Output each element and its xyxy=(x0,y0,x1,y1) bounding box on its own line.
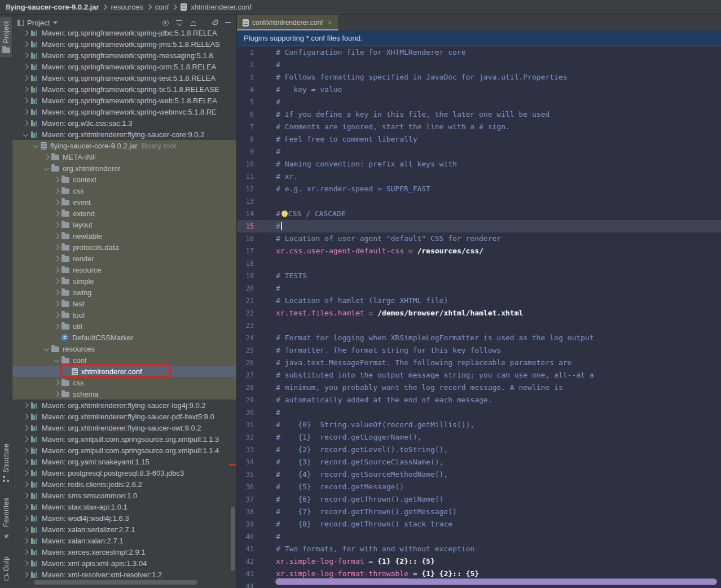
settings-gear-icon[interactable] xyxy=(211,19,218,27)
chevron-right-icon[interactable] xyxy=(23,414,28,419)
chevron-right-icon[interactable] xyxy=(23,402,28,407)
chevron-slot[interactable] xyxy=(52,245,61,249)
editor-line[interactable]: 22xr.test.files.hamlet = /demos/browser/… xyxy=(237,307,721,319)
editor-line[interactable]: 9# xyxy=(237,146,721,158)
chevron-slot[interactable] xyxy=(52,324,61,328)
tool-strip-button[interactable]: Favorites xyxy=(0,494,12,545)
editor-line[interactable]: 26# java.text.MessageFormat. The followi… xyxy=(237,357,721,369)
code-text[interactable]: # minimum, you probably want the log rec… xyxy=(271,381,563,394)
chevron-slot[interactable] xyxy=(31,144,41,147)
chevron-slot[interactable] xyxy=(21,415,30,419)
code-text[interactable] xyxy=(271,257,276,270)
editor-line[interactable]: 35# {4} record.getSourceMethodName(), xyxy=(237,468,721,481)
tree-item[interactable]: Maven: org.xmlpull:com.springsource.org.… xyxy=(12,433,236,445)
editor-line[interactable]: 38# {7} record.getThrown().getMessage() xyxy=(237,506,721,518)
chevron-right-icon[interactable] xyxy=(23,447,28,453)
tree-item[interactable]: Maven: sms:smscommon:1.0 xyxy=(12,490,236,501)
chevron-slot[interactable] xyxy=(21,403,30,407)
chevron-right-icon[interactable] xyxy=(23,481,28,486)
code-text[interactable]: # java.text.MessageFormat. The following… xyxy=(271,357,571,369)
chevron-slot[interactable] xyxy=(21,99,30,103)
chevron-slot[interactable] xyxy=(21,482,30,486)
chevron-right-icon[interactable] xyxy=(23,52,28,58)
chevron-right-icon[interactable] xyxy=(54,380,59,385)
code-text[interactable]: # key = value xyxy=(271,84,342,96)
code-text[interactable]: # If you define a key in this file, the … xyxy=(271,108,549,121)
chevron-right-icon[interactable] xyxy=(23,109,28,114)
editor-line[interactable]: 33# {2} record.getLevel().toString(), xyxy=(237,444,721,456)
tab-conf-xhtmlrenderer[interactable]: conf/xhtmlrenderer.conf × xyxy=(237,15,338,30)
editor-line[interactable]: 13 xyxy=(237,195,721,208)
chevron-slot[interactable] xyxy=(21,561,30,565)
chevron-right-icon[interactable] xyxy=(23,64,28,69)
tree-item[interactable]: META-INF xyxy=(12,151,236,163)
chevron-right-icon[interactable] xyxy=(54,210,59,216)
tree-item[interactable]: Maven: postgresql:postgresql:8.3-603.jdb… xyxy=(12,467,236,479)
chevron-right-icon[interactable] xyxy=(23,572,28,577)
chevron-slot[interactable] xyxy=(21,121,30,125)
tool-strip-button-project[interactable]: Project xyxy=(0,17,12,57)
tree-item[interactable]: resources xyxy=(12,343,236,354)
chevron-slot[interactable] xyxy=(21,494,30,498)
editor-line[interactable]: 16# Location of user-agent "default" CSS… xyxy=(237,232,721,245)
chevron-right-icon[interactable] xyxy=(23,560,28,565)
chevron-right-icon[interactable] xyxy=(23,526,28,532)
tree-item[interactable]: Maven: org.springframework:spring-orm:5.… xyxy=(12,61,236,72)
code-text[interactable] xyxy=(271,195,276,208)
code-text[interactable]: # Two formats, for with and without exce… xyxy=(271,543,474,555)
tree-item[interactable]: DefaultCSSMarker xyxy=(12,332,236,343)
chevron-slot[interactable] xyxy=(42,155,51,159)
code-text[interactable]: xr.simple-log-format = {1} {2}:: {5} xyxy=(271,555,435,568)
chevron-right-icon[interactable] xyxy=(23,515,28,520)
tree-item[interactable]: Maven: org.xhtmlrenderer:flying-saucer-p… xyxy=(12,411,236,422)
tab-close-icon[interactable]: × xyxy=(327,19,332,27)
tree-item[interactable]: css xyxy=(12,377,236,388)
chevron-right-icon[interactable] xyxy=(54,199,59,204)
chevron-slot[interactable] xyxy=(21,42,30,46)
chevron-right-icon[interactable] xyxy=(23,538,28,543)
chevron-right-icon[interactable] xyxy=(54,177,59,182)
tree-item[interactable]: test xyxy=(12,298,236,309)
code-text[interactable]: # xyxy=(271,530,280,543)
code-text[interactable] xyxy=(271,319,276,332)
tree-horizontal-scrollbar[interactable] xyxy=(34,580,197,585)
chevron-down-icon[interactable] xyxy=(44,165,49,170)
chevron-slot[interactable] xyxy=(21,516,30,520)
project-panel-title[interactable]: Project xyxy=(27,19,50,27)
tree-item[interactable]: org.xhtmlrenderer xyxy=(12,163,236,174)
dropdown-caret-icon[interactable] xyxy=(53,21,58,24)
code-text[interactable]: # e.g. xr.render-speed = SUPER_FAST xyxy=(271,183,430,195)
chevron-right-icon[interactable] xyxy=(54,222,59,227)
tree-item[interactable]: Maven: xml-apis:xml-apis:1.3.04 xyxy=(12,558,236,569)
chevron-down-icon[interactable] xyxy=(33,142,38,147)
chevron-slot[interactable] xyxy=(21,76,30,80)
code-text[interactable]: # xyxy=(271,282,280,295)
tree-item[interactable]: Maven: org.springframework:spring-test:5… xyxy=(12,72,236,84)
tree-item[interactable]: Maven: org.yaml:snakeyaml:1.15 xyxy=(12,456,236,467)
chevron-right-icon[interactable] xyxy=(23,41,28,46)
editor-line[interactable]: 4# key = value xyxy=(237,84,721,96)
tree-item[interactable]: Maven: org.springframework:spring-web:5.… xyxy=(12,95,236,106)
tree-item[interactable]: Maven: org.xhtmlrenderer:flying-saucer-c… xyxy=(12,129,236,140)
editor-line[interactable]: 34# {3} record.getSourceClassName(), xyxy=(237,456,721,468)
breadcrumb-item[interactable]: resources xyxy=(103,3,143,11)
tree-item[interactable]: simple xyxy=(12,275,236,287)
chevron-right-icon[interactable] xyxy=(54,391,59,396)
chevron-slot[interactable] xyxy=(52,359,61,362)
chevron-down-icon[interactable] xyxy=(54,357,59,362)
chevron-down-icon[interactable] xyxy=(44,345,49,350)
expand-all-icon[interactable] xyxy=(175,19,183,27)
chevron-right-icon[interactable] xyxy=(23,98,28,103)
chevron-slot[interactable] xyxy=(52,381,61,385)
tree-vertical-scrollbar[interactable] xyxy=(231,507,235,571)
tree-item[interactable]: Maven: org.springframework:spring-messag… xyxy=(12,50,236,61)
editor-line[interactable]: 41# Two formats, for with and without ex… xyxy=(237,543,721,555)
chevron-right-icon[interactable] xyxy=(23,86,28,91)
code-text[interactable]: # {7} record.getThrown().getMessage() xyxy=(271,506,457,518)
tree-item[interactable]: context xyxy=(12,174,236,185)
code-text[interactable]: # Comments are ignored, start the line w… xyxy=(271,121,510,133)
chevron-right-icon[interactable] xyxy=(54,289,59,295)
code-text[interactable]: # Naming convention: prefix all keys wit… xyxy=(271,158,457,170)
chevron-slot[interactable] xyxy=(21,528,30,532)
chevron-slot[interactable] xyxy=(21,505,30,509)
